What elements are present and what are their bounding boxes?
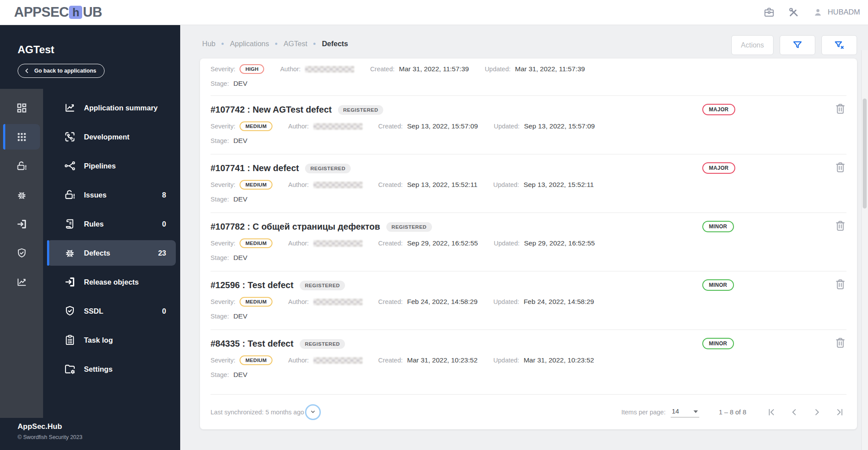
defect-title-line: #107742 : New AGTest defectREGISTERED: [211, 105, 846, 115]
filter-button[interactable]: [780, 35, 815, 55]
clear-filter-button[interactable]: [821, 35, 857, 55]
sidebar-item-issues[interactable]: Issues8: [47, 182, 176, 208]
updated-group: Updated:Sep 13, 2022, 15:57:09: [494, 122, 595, 130]
status-badge: REGISTERED: [300, 281, 345, 290]
rail-item-dashboard[interactable]: [3, 95, 40, 121]
defect-row-partial: Severity:HIGHAuthor:Created:Mar 31, 2022…: [211, 59, 846, 96]
defect-title[interactable]: #84335 : Test defect: [211, 339, 294, 349]
filter-clear-icon: [834, 40, 845, 51]
grid-icon: [16, 131, 28, 143]
pipelines-icon: [64, 160, 76, 172]
stage-value: DEV: [233, 312, 247, 320]
briefcase-button[interactable]: [763, 7, 775, 18]
meta-label: Updated:: [494, 240, 519, 247]
go-back-button[interactable]: Go back to applications: [18, 64, 105, 78]
author-redacted: [305, 66, 354, 73]
severity-group: Severity:MEDIUM: [211, 355, 272, 365]
delete-defect-button[interactable]: [834, 336, 846, 349]
author-redacted: [313, 240, 363, 247]
severity-group: Severity:HIGH: [211, 64, 264, 74]
sidebar-item-label: Issues: [84, 191, 106, 199]
rail-item-chart-line[interactable]: [3, 269, 40, 295]
severity-group: Severity:MEDIUM: [211, 180, 272, 190]
breadcrumb-item-hub[interactable]: Hub: [202, 40, 215, 48]
stage-value: DEV: [233, 371, 247, 379]
sidebar-item-rules[interactable]: Rules0: [47, 211, 176, 237]
breadcrumb-item-agtest[interactable]: AGTest: [283, 40, 307, 48]
sidebar-item-label: Defects: [84, 249, 110, 257]
next-page-icon: [812, 407, 822, 417]
delete-defect-button[interactable]: [834, 219, 846, 232]
updated-value: Sep 13, 2022, 15:57:09: [524, 122, 595, 130]
defect-title[interactable]: #107742 : New AGTest defect: [211, 105, 332, 115]
author-group: Author:: [280, 66, 354, 73]
sidebar-footer: AppSec.Hub © Swordfish Security 2023: [0, 418, 180, 450]
expand-sync-button[interactable]: [305, 404, 321, 420]
rail-item-grid[interactable]: [3, 124, 40, 150]
meta-label: Updated:: [494, 123, 519, 130]
defect-row: #107741 : New defectREGISTEREDSeverity:M…: [211, 154, 846, 213]
logo-text-pre: APPSEC: [14, 4, 69, 20]
defect-title[interactable]: #12596 : Test defect: [211, 280, 294, 290]
severity-badge: MEDIUM: [240, 121, 272, 131]
previous-page-button[interactable]: [789, 407, 799, 417]
delete-defect-button[interactable]: [834, 278, 846, 291]
last-page-button[interactable]: [835, 407, 845, 417]
sidebar-item-pipelines[interactable]: Pipelines: [47, 153, 176, 179]
status-badge: REGISTERED: [305, 164, 351, 173]
priority-badge: MAJOR: [702, 104, 735, 115]
meta-label: Author:: [288, 123, 309, 130]
rail-item-exit[interactable]: [3, 211, 40, 237]
sidebar-item-settings[interactable]: Settings: [47, 356, 176, 382]
meta-label: Stage:: [211, 80, 229, 87]
defect-meta: Severity:MEDIUMAuthor:Created:Sep 29, 20…: [211, 238, 846, 248]
defects-card: Severity:HIGHAuthor:Created:Mar 31, 2022…: [200, 59, 857, 429]
author-group: Author:: [288, 240, 363, 247]
delete-defect-button[interactable]: [834, 161, 846, 174]
development-icon: [64, 131, 76, 143]
updated-value: Mar 31, 2022, 10:23:52: [523, 356, 594, 364]
rail-item-shield-check[interactable]: [3, 240, 40, 266]
author-group: Author:: [288, 298, 363, 305]
meta-label: Created:: [370, 66, 395, 73]
first-page-button[interactable]: [766, 407, 776, 417]
breadcrumb-item-applications[interactable]: Applications: [230, 40, 269, 48]
updated-group: Updated:Mar 31, 2022, 10:23:52: [494, 356, 594, 364]
actions-button[interactable]: Actions: [731, 35, 774, 55]
sidebar-item-ssdl[interactable]: SSDL0: [47, 298, 176, 324]
sidebar-item-development[interactable]: Development: [47, 124, 176, 150]
page-scrollbar[interactable]: [861, 50, 868, 450]
breadcrumb-item-defects: Defects: [322, 40, 348, 48]
bug-icon: [64, 247, 76, 259]
next-page-button[interactable]: [812, 407, 822, 417]
rail-item-lock-alert[interactable]: [3, 153, 40, 179]
sidebar-item-count: 0: [162, 307, 166, 315]
sidebar-item-label: Rules: [84, 220, 104, 228]
sidebar-item-application-summary[interactable]: Application summary: [47, 95, 176, 121]
priority-badge: MINOR: [702, 221, 734, 232]
defect-title[interactable]: #107782 : С общей страницы дефектов: [211, 222, 380, 232]
defect-stage: Stage:DEV: [211, 312, 846, 320]
footer-product-name: AppSec.Hub: [18, 422, 180, 431]
updated-value: Feb 24, 2022, 14:58:29: [523, 298, 594, 306]
sidebar-item-defects[interactable]: Defects23: [47, 240, 176, 266]
defect-meta: Severity:MEDIUMAuthor:Created:Mar 31, 20…: [211, 355, 846, 365]
defect-title-line: #107741 : New defectREGISTERED: [211, 163, 846, 173]
tools-button[interactable]: [788, 7, 799, 18]
list-footer: Last synchronized: 5 months ago Items pe…: [211, 394, 846, 429]
tools-icon: [788, 7, 799, 18]
meta-label: Severity:: [211, 181, 235, 188]
defect-title[interactable]: #107741 : New defect: [211, 163, 299, 173]
status-badge: REGISTERED: [338, 105, 384, 115]
items-per-page-select[interactable]: 14: [671, 406, 699, 417]
sidebar-item-label: Application summary: [84, 104, 158, 112]
pagination: Items per page: 14 1 – 8 of 8: [621, 406, 846, 417]
rail-item-bug[interactable]: [3, 182, 40, 208]
scrollbar-thumb[interactable]: [863, 99, 867, 209]
sidebar-item-task-log[interactable]: Task log: [47, 327, 176, 353]
delete-defect-button[interactable]: [834, 102, 846, 115]
user-menu[interactable]: HUBADM: [813, 7, 860, 18]
sidebar-item-release-objects[interactable]: Release objects: [47, 269, 176, 295]
meta-label: Severity:: [211, 66, 235, 73]
exit-icon: [16, 218, 28, 230]
